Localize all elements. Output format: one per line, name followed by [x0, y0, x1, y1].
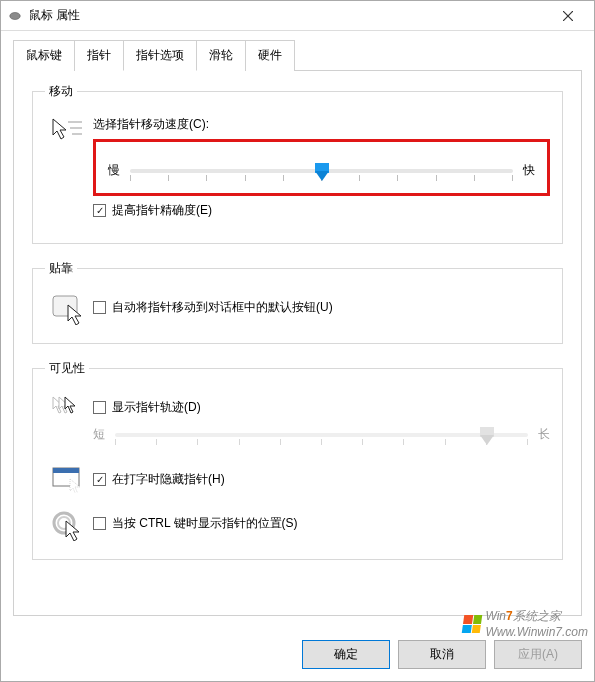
checkbox-label: 显示指针轨迹(D): [112, 399, 201, 416]
tab-wheel[interactable]: 滑轮: [196, 40, 246, 71]
pointer-speed-icon: [45, 116, 93, 146]
trails-long-label: 长: [538, 426, 550, 443]
pointer-trails-slider: [115, 433, 528, 437]
group-snapto-legend: 贴靠: [45, 260, 77, 277]
close-icon: [563, 11, 573, 21]
group-snapto: 贴靠 自动将指针移动到对话框中的默认按钮(U): [32, 260, 563, 344]
tab-hardware[interactable]: 硬件: [245, 40, 295, 71]
group-visibility: 可见性: [32, 360, 563, 560]
apply-button[interactable]: 应用(A): [494, 640, 582, 669]
mouse-icon: [7, 8, 23, 24]
ok-button[interactable]: 确定: [302, 640, 390, 669]
checkbox-icon: [93, 401, 106, 414]
pointer-trails-checkbox[interactable]: 显示指针轨迹(D): [93, 399, 550, 416]
group-motion-legend: 移动: [45, 83, 77, 100]
checkbox-label: 在打字时隐藏指针(H): [112, 471, 225, 488]
tab-strip: 鼠标键 指针 指针选项 滑轮 硬件: [13, 39, 582, 70]
pointer-trails-icon: [45, 393, 93, 421]
enhance-precision-checkbox[interactable]: 提高指针精确度(E): [93, 202, 550, 219]
tab-label: 指针: [87, 48, 111, 62]
tab-pointers[interactable]: 指针: [74, 40, 124, 71]
window-title: 鼠标 属性: [29, 7, 548, 24]
tab-panel: 移动: [13, 70, 582, 616]
button-label: 应用(A): [518, 647, 558, 661]
cancel-button[interactable]: 取消: [398, 640, 486, 669]
tab-buttons[interactable]: 鼠标键: [13, 40, 75, 71]
slider-thumb[interactable]: [315, 163, 329, 181]
hide-typing-checkbox[interactable]: 在打字时隐藏指针(H): [93, 471, 550, 488]
tab-pointer-options[interactable]: 指针选项: [123, 40, 197, 71]
hide-typing-icon: [45, 465, 93, 493]
tab-label: 鼠标键: [26, 48, 62, 62]
ctrl-locate-icon: [45, 509, 93, 541]
tab-label: 滑轮: [209, 48, 233, 62]
pointer-speed-slider[interactable]: [130, 169, 513, 173]
pointer-speed-label: 选择指针移动速度(C):: [93, 116, 550, 133]
button-label: 确定: [334, 647, 358, 661]
trails-short-label: 短: [93, 426, 105, 443]
mouse-properties-dialog: 鼠标 属性 鼠标键 指针 指针选项 滑轮 硬件 移动: [0, 0, 595, 682]
checkbox-icon: [93, 473, 106, 486]
dialog-buttons: 确定 取消 应用(A): [1, 628, 594, 681]
slider-fast-label: 快: [523, 162, 535, 179]
snapto-icon: [45, 293, 93, 325]
checkbox-icon: [93, 517, 106, 530]
button-label: 取消: [430, 647, 454, 661]
checkbox-label: 自动将指针移动到对话框中的默认按钮(U): [112, 299, 333, 316]
snapto-checkbox[interactable]: 自动将指针移动到对话框中的默认按钮(U): [93, 299, 550, 316]
group-visibility-legend: 可见性: [45, 360, 89, 377]
titlebar: 鼠标 属性: [1, 1, 594, 31]
client-area: 鼠标键 指针 指针选项 滑轮 硬件 移动: [1, 31, 594, 628]
svg-rect-9: [53, 468, 79, 473]
close-button[interactable]: [548, 2, 588, 30]
tab-label: 指针选项: [136, 48, 184, 62]
slider-ticks: [115, 439, 528, 445]
highlight-box: 慢 快: [93, 139, 550, 196]
checkbox-label: 当按 CTRL 键时显示指针的位置(S): [112, 515, 298, 532]
checkbox-icon: [93, 204, 106, 217]
slider-thumb: [480, 427, 494, 445]
ctrl-locate-checkbox[interactable]: 当按 CTRL 键时显示指针的位置(S): [93, 515, 550, 532]
group-motion: 移动: [32, 83, 563, 244]
checkbox-label: 提高指针精确度(E): [112, 202, 212, 219]
slider-slow-label: 慢: [108, 162, 120, 179]
checkbox-icon: [93, 301, 106, 314]
tab-label: 硬件: [258, 48, 282, 62]
